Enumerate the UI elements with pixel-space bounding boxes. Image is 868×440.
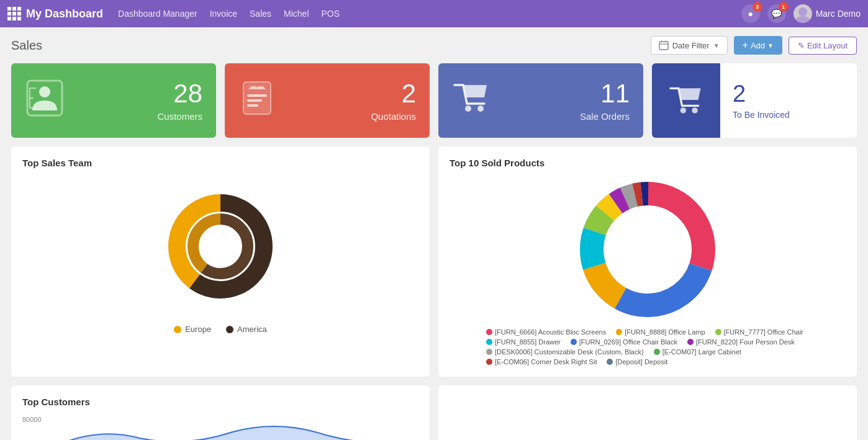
america-label: America (237, 325, 267, 334)
top-sales-team-donut (152, 178, 289, 315)
customers-kpi-values: 28 Customers (157, 79, 202, 121)
svg-point-17 (680, 107, 686, 113)
top-sales-team-card: Top Sales Team (11, 146, 430, 377)
user-name: Marc Demo (816, 9, 861, 19)
user-menu[interactable]: Marc Demo (793, 4, 861, 23)
ecom06-dot (486, 359, 492, 365)
customers-icon (25, 78, 65, 123)
activity-button[interactable]: ● 3 (741, 4, 760, 23)
quotations-kpi-card[interactable]: 2 Quotations (225, 63, 430, 138)
sale-orders-kpi-card[interactable]: 11 Sale Orders (438, 63, 643, 138)
top-sales-team-chart: Europe America (22, 178, 418, 334)
quotations-count: 2 (371, 79, 416, 108)
to-be-invoiced-icon (668, 83, 704, 119)
sale-orders-count: 11 (580, 79, 630, 108)
furn8220-label: [FURN_8220] Four Person Desk (696, 338, 795, 346)
to-be-invoiced-text-part: 2 To Be Invoiced (720, 70, 857, 131)
quotations-label: Quotations (371, 111, 416, 122)
to-be-invoiced-label: To Be Invoiced (733, 110, 790, 120)
page-actions: Date Filter ▼ + Add ▼ ✎ Edit Layout (651, 36, 857, 55)
legend-ecom06: [E-COM06] Corner Desk Right Sit (486, 358, 597, 366)
ecom07-label: [E-COM07] Large Cabinet (662, 348, 741, 356)
svg-point-36 (613, 215, 682, 284)
menu-item-invoice[interactable]: Invoice (210, 9, 237, 19)
ecom07-dot (654, 349, 660, 355)
customers-count: 28 (157, 79, 202, 108)
date-filter-button[interactable]: Date Filter ▼ (651, 36, 728, 55)
menu-item-dashboard-manager[interactable]: Dashboard Manager (118, 9, 197, 19)
sale-orders-icon (452, 79, 491, 122)
to-be-invoiced-count: 2 (733, 81, 746, 107)
app-logo[interactable]: My Dashboard (7, 7, 103, 20)
top-customers-title: Top Customers (22, 397, 418, 407)
legend-america: America (226, 325, 267, 334)
top-customers-chart (47, 413, 418, 440)
topnav-menu: Dashboard Manager Invoice Sales Michel P… (118, 9, 741, 19)
top-products-card: Top 10 Sold Products (438, 146, 857, 377)
svg-rect-2 (659, 42, 668, 50)
chat-button[interactable]: 💬 1 (767, 4, 786, 23)
top-customers-card: Top Customers 80000 Taxes T (11, 385, 430, 440)
page-title: Sales (11, 38, 42, 53)
svg-point-18 (692, 107, 697, 113)
avatar (793, 4, 812, 23)
svg-rect-12 (247, 94, 267, 97)
customers-kpi-card[interactable]: 28 Customers (11, 63, 216, 138)
to-be-invoiced-icon-part (652, 63, 720, 138)
main-content: Sales Date Filter ▼ + Add ▼ ✎ Edit Layou… (0, 27, 868, 440)
legend-desk0006: [DESK0006] Customizable Desk (Custom, Bl… (486, 348, 644, 356)
activity-badge: 3 (753, 2, 762, 12)
svg-rect-4 (665, 41, 666, 43)
svg-point-16 (477, 106, 484, 112)
furn8888-dot (616, 329, 622, 335)
svg-rect-3 (661, 41, 662, 43)
legend-ecom07: [E-COM07] Large Cabinet (654, 348, 741, 356)
topnav: My Dashboard Dashboard Manager Invoice S… (0, 0, 868, 27)
top-products-chart: [FURN_6666] Acoustic Bloc Screens [FURN_… (450, 178, 846, 366)
deposit-dot (607, 359, 613, 365)
second-bottom-card (438, 385, 857, 440)
furn6666-label: [FURN_6666] Acoustic Bloc Screens (495, 328, 606, 336)
legend-deposit: [Deposit] Deposit (607, 358, 667, 366)
furn6666-dot (486, 329, 492, 335)
edit-layout-label: Edit Layout (807, 41, 848, 50)
furn0269-label: [FURN_0269] Office Chair Black (579, 338, 677, 346)
sale-orders-kpi-values: 11 Sale Orders (580, 79, 630, 121)
europe-dot (174, 326, 181, 333)
top-products-title: Top 10 Sold Products (450, 158, 846, 168)
desk0006-dot (486, 349, 492, 355)
quotations-icon (238, 79, 276, 122)
charts-row: Top Sales Team (11, 146, 857, 377)
legend-furn8888: [FURN_8888] Office Lamp (616, 328, 705, 336)
svg-rect-14 (247, 104, 258, 107)
chevron-down-icon: ▼ (713, 42, 720, 49)
legend-furn0269: [FURN_0269] Office Chair Black (571, 338, 677, 346)
furn7777-label: [FURN_7777] Office Chair (724, 328, 803, 336)
legend-furn8220: [FURN_8220] Four Person Desk (687, 338, 795, 346)
legend-furn8855: [FURN_8855] Drawer (486, 338, 561, 346)
svg-point-24 (207, 233, 234, 260)
to-be-invoiced-kpi-card[interactable]: 2 To Be Invoiced (652, 63, 857, 138)
america-dot (226, 326, 233, 333)
calendar-icon (659, 40, 669, 50)
furn8855-label: [FURN_8855] Drawer (495, 338, 561, 346)
add-label: Add (751, 41, 765, 50)
svg-point-6 (39, 86, 50, 97)
page-header: Sales Date Filter ▼ + Add ▼ ✎ Edit Layou… (11, 36, 857, 55)
menu-item-pos[interactable]: POS (322, 9, 340, 19)
topnav-right: ● 3 💬 1 Marc Demo (741, 4, 861, 23)
menu-item-michel[interactable]: Michel (284, 9, 309, 19)
svg-point-15 (465, 106, 471, 112)
ecom06-label: [E-COM06] Corner Desk Right Sit (495, 358, 597, 366)
plus-icon: + (743, 40, 748, 51)
top-customers-y-axis: 80000 (22, 416, 42, 423)
furn8855-dot (486, 339, 492, 345)
furn8220-dot (687, 339, 694, 345)
menu-item-sales[interactable]: Sales (250, 9, 271, 19)
svg-point-0 (798, 7, 807, 16)
edit-layout-button[interactable]: ✎ Edit Layout (789, 37, 857, 55)
legend-furn7777: [FURN_7777] Office Chair (715, 328, 803, 336)
add-button[interactable]: + Add ▼ (734, 36, 782, 55)
svg-point-1 (795, 16, 810, 23)
top-sales-team-title: Top Sales Team (22, 158, 418, 168)
